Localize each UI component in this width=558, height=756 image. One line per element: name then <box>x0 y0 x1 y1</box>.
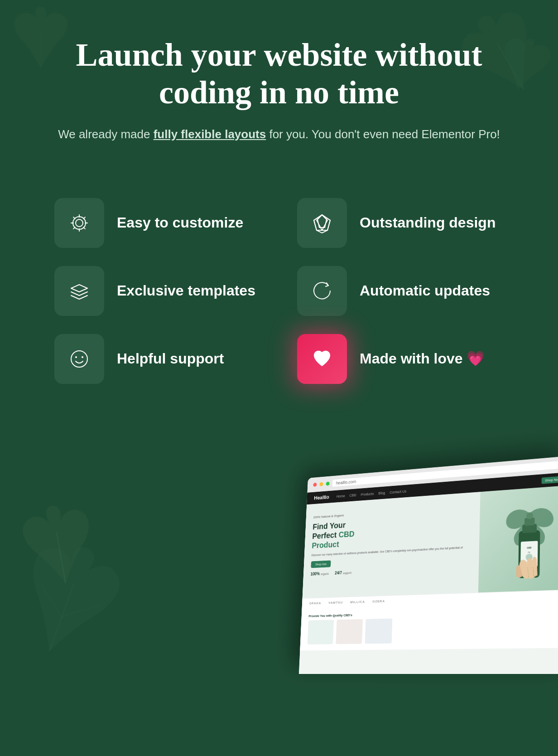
mini-nav-blog: Blog <box>378 491 385 495</box>
mini-nav-home: Home <box>336 494 345 499</box>
mini-hero-cbd: CBD <box>338 529 355 539</box>
exclusive-templates-label: Exclusive templates <box>117 281 255 300</box>
automatic-updates-icon-box <box>297 266 347 316</box>
brand-ozera: OZERA <box>372 599 385 603</box>
outstanding-design-label: Outstanding design <box>360 213 495 233</box>
diamond-icon <box>310 211 334 235</box>
feature-helpful-support: Helpful support <box>54 334 261 384</box>
brand-vamtsu: VAMTSU <box>328 601 343 605</box>
feature-outstanding-design: Outstanding design <box>297 198 504 248</box>
mini-product-cards <box>308 615 558 645</box>
mini-hero: 100% Natural & Organic Find Your Perfect… <box>303 485 558 598</box>
mini-stat-2: 24/7 support <box>335 570 351 575</box>
mini-nav-cbd: CBD <box>349 493 356 498</box>
svg-point-3 <box>76 219 83 227</box>
svg-point-6 <box>75 356 77 358</box>
brand-opaka: OPAKA <box>309 601 322 606</box>
exclusive-templates-icon-box <box>54 266 104 316</box>
easy-customize-icon-box <box>54 198 104 248</box>
subtitle-suffix: for you. You don't even need Elementor P… <box>266 127 500 141</box>
features-grid: Easy to customize Outstanding design Exc… <box>0 171 558 411</box>
browser-content: Healllo Home CBD Products Blog Contact U… <box>299 472 558 674</box>
subtitle-highlight: fully flexible layouts <box>154 127 266 141</box>
subtitle-prefix: We already made <box>58 127 154 141</box>
mini-stat-1: 100% organic <box>311 571 329 576</box>
browser-minimize-dot <box>319 482 323 486</box>
layers-icon <box>67 279 91 303</box>
mini-product-1 <box>308 620 334 645</box>
smiley-icon <box>67 347 91 371</box>
mini-product-3 <box>365 619 393 644</box>
helpful-support-label: Helpful support <box>117 349 224 368</box>
feature-easy-customize: Easy to customize <box>54 198 261 248</box>
helpful-support-icon-box <box>54 334 104 384</box>
gear-icon <box>67 211 91 235</box>
brand-millica: MILLICA <box>350 600 365 604</box>
mini-hero-product: Product <box>312 540 339 550</box>
mini-shop-btn: Shop Now <box>542 476 558 484</box>
mini-hero-image: CBD OIL <box>478 485 558 592</box>
svg-point-4 <box>73 217 86 229</box>
svg-text:OIL: OIL <box>528 552 530 553</box>
mini-hero-cta[interactable]: Shop now <box>311 560 331 568</box>
preview-browser: healllo.com Healllo Home CBD Products Bl… <box>299 456 558 674</box>
mini-hero-text: 100% Natural & Organic Find Your Perfect… <box>303 492 481 598</box>
easy-customize-label: Easy to customize <box>117 213 243 233</box>
automatic-updates-label: Automatic updates <box>360 281 490 300</box>
svg-point-7 <box>82 356 83 358</box>
outstanding-design-icon-box <box>297 198 347 248</box>
browser-close-dot <box>313 483 317 487</box>
mini-content-section: Provide You with Quality CBD's <box>300 601 558 650</box>
cbd-bottle-illustration: CBD OIL <box>486 490 558 592</box>
mini-nav-contact: Contact Us <box>390 489 407 494</box>
heart-icon <box>310 347 334 371</box>
hero-section: Launch your website without coding in no… <box>0 0 558 171</box>
refresh-icon <box>310 279 334 303</box>
mini-nav-products: Products <box>361 492 374 497</box>
hero-subtitle: We already made fully flexible layouts f… <box>45 125 513 144</box>
feature-automatic-updates: Automatic updates <box>297 266 504 316</box>
made-with-love-label: Made with love 💗 <box>360 349 485 368</box>
made-with-love-icon-box <box>297 334 347 384</box>
feature-made-with-love: Made with love 💗 <box>297 334 504 384</box>
mini-stats: 100% organic 24/7 support <box>311 565 471 576</box>
mini-nav-links: Home CBD Products Blog Contact Us <box>336 489 406 498</box>
mini-product-2 <box>336 619 363 644</box>
feature-exclusive-templates: Exclusive templates <box>54 266 261 316</box>
hero-title: Launch your website without coding in no… <box>45 36 513 111</box>
mini-site-logo: Healllo <box>314 494 329 501</box>
browser-expand-dot <box>326 482 329 486</box>
svg-point-5 <box>71 351 87 367</box>
svg-text:CBD: CBD <box>527 547 532 549</box>
leaf-decoration-preview-left <box>14 500 104 592</box>
mini-hero-title: Find Your Perfect CBD Product <box>312 512 472 550</box>
